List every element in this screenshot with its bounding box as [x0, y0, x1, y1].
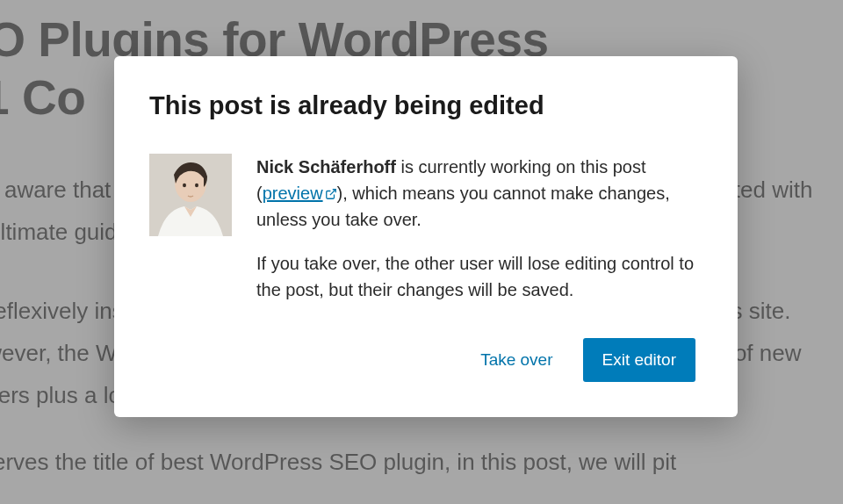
modal-message: Nick Schäferhoff is currently working on…	[256, 154, 695, 303]
svg-line-4	[329, 190, 335, 195]
svg-point-2	[183, 184, 186, 188]
modal-warning-text: If you take over, the other user will lo…	[256, 250, 695, 303]
take-over-button[interactable]: Take over	[472, 338, 561, 382]
exit-editor-button[interactable]: Exit editor	[583, 338, 695, 382]
modal-body: Nick Schäferhoff is currently working on…	[149, 154, 695, 303]
svg-point-3	[195, 184, 198, 188]
external-link-icon	[325, 181, 337, 193]
post-lock-modal: This post is already being edited Nick S…	[114, 56, 738, 417]
user-avatar	[149, 154, 232, 236]
modal-actions: Take over Exit editor	[149, 338, 695, 382]
locking-user-name: Nick Schäferhoff	[256, 157, 396, 176]
preview-link[interactable]: preview	[263, 184, 337, 203]
modal-title: This post is already being edited	[149, 91, 695, 120]
